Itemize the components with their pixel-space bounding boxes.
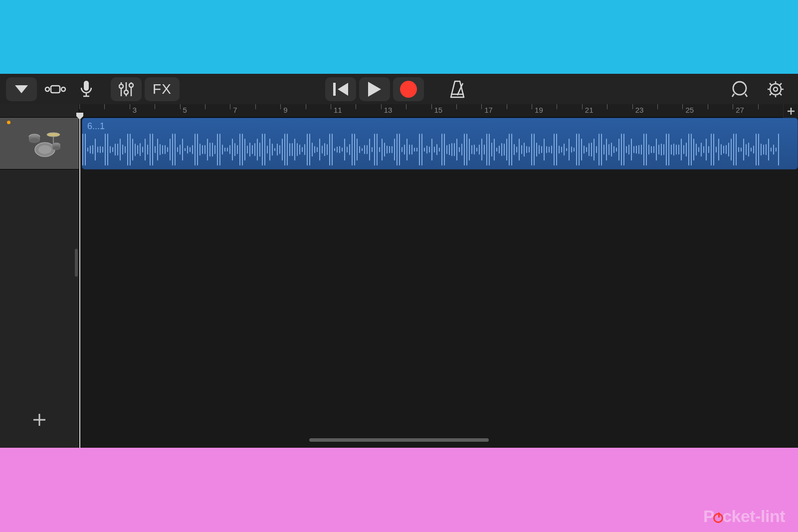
svg-line-27 [780, 83, 782, 85]
track-header-drums[interactable] [0, 118, 79, 170]
microphone-icon [81, 81, 92, 98]
tracks-view-icon [44, 83, 66, 96]
transport-controls [325, 77, 473, 101]
svg-point-8 [119, 84, 123, 88]
loop-browser-button[interactable] [724, 77, 755, 101]
ruler-tick-label: 7 [233, 106, 237, 114]
svg-point-33 [29, 138, 40, 143]
timeline-area[interactable]: 6...1 [79, 118, 798, 448]
power-icon [713, 513, 723, 523]
svg-rect-2 [51, 86, 60, 93]
svg-point-18 [733, 82, 746, 95]
add-section-button[interactable] [783, 104, 798, 118]
garageband-app: FX [0, 74, 798, 448]
ruler-tick-label: 23 [635, 106, 644, 114]
workspace: 6...1 [0, 118, 798, 448]
svg-marker-15 [368, 82, 381, 97]
svg-rect-13 [333, 83, 336, 96]
settings-gear-icon [767, 80, 785, 98]
ruler-tick-label: 21 [585, 106, 594, 114]
rewind-button[interactable] [325, 77, 356, 101]
record-icon [400, 81, 417, 98]
svg-point-34 [47, 133, 60, 137]
home-indicator [309, 438, 489, 442]
svg-line-25 [770, 83, 772, 85]
svg-point-1 [45, 87, 49, 91]
record-button[interactable] [393, 77, 424, 101]
main-toolbar: FX [0, 74, 798, 104]
play-icon [368, 82, 381, 97]
ruler-header-spacer [0, 104, 79, 117]
decorative-bottom-band: Pcket-lint [0, 448, 798, 532]
tracks-view-button[interactable] [40, 77, 71, 101]
svg-line-28 [770, 93, 772, 95]
ruler-tick-label: 11 [334, 106, 342, 114]
decorative-top-band [0, 0, 798, 74]
svg-point-12 [129, 83, 133, 87]
watermark-text-before: P [703, 507, 714, 526]
metronome-icon [449, 80, 466, 98]
watermark-text-after: cket-lint [722, 507, 785, 526]
ruler-tick-label: 19 [535, 106, 543, 114]
svg-rect-4 [84, 81, 89, 91]
plus-icon [787, 107, 795, 115]
audio-region-drums[interactable]: 6...1 [82, 118, 798, 170]
ruler-track[interactable]: 357911131517192123252729 [79, 104, 798, 117]
svg-marker-14 [338, 83, 348, 96]
svg-point-37 [38, 145, 51, 154]
svg-point-10 [124, 90, 128, 94]
svg-point-19 [770, 84, 781, 95]
settings-button[interactable] [760, 77, 791, 101]
mixer-sliders-icon [119, 81, 134, 97]
track-status-dot [7, 121, 10, 124]
fx-button[interactable]: FX [145, 77, 180, 101]
svg-point-40 [52, 146, 60, 150]
ruler-tick-label: 15 [434, 106, 443, 114]
toolbar-right-group [724, 77, 791, 101]
ruler-tick-label: 9 [283, 106, 287, 114]
playhead-handle[interactable] [76, 113, 83, 120]
svg-point-3 [61, 87, 65, 91]
menu-dropdown-button[interactable] [6, 77, 37, 101]
ruler-tick-label: 13 [384, 106, 393, 114]
loop-browser-icon [731, 81, 748, 98]
ruler-tick-label: 17 [484, 106, 493, 114]
track-scroll-thumb[interactable] [75, 249, 78, 277]
ruler-tick-label: 27 [736, 106, 744, 114]
playhead-line[interactable] [79, 118, 80, 448]
play-button[interactable] [359, 77, 390, 101]
watermark: Pcket-lint [703, 507, 785, 526]
timeline-ruler[interactable]: 357911131517192123252729 [0, 104, 798, 118]
svg-point-20 [774, 87, 778, 91]
microphone-button[interactable] [71, 77, 102, 101]
fx-label: FX [153, 81, 172, 97]
region-waveform [82, 132, 798, 167]
svg-marker-43 [76, 113, 83, 120]
go-to-beginning-icon [333, 83, 348, 96]
mixer-button[interactable] [111, 77, 142, 101]
region-label: 6...1 [87, 121, 105, 132]
metronome-button[interactable] [442, 77, 473, 101]
add-track-button[interactable] [0, 404, 79, 436]
plus-icon [32, 413, 46, 427]
track-headers-column [0, 118, 79, 448]
ruler-tick-label: 5 [183, 106, 187, 114]
ruler-tick-label: 3 [133, 106, 137, 114]
svg-marker-0 [15, 85, 28, 93]
toolbar-left-group: FX [6, 77, 183, 101]
ruler-tick-label: 25 [685, 106, 694, 114]
svg-line-26 [780, 93, 782, 95]
drum-kit-icon [27, 130, 62, 158]
